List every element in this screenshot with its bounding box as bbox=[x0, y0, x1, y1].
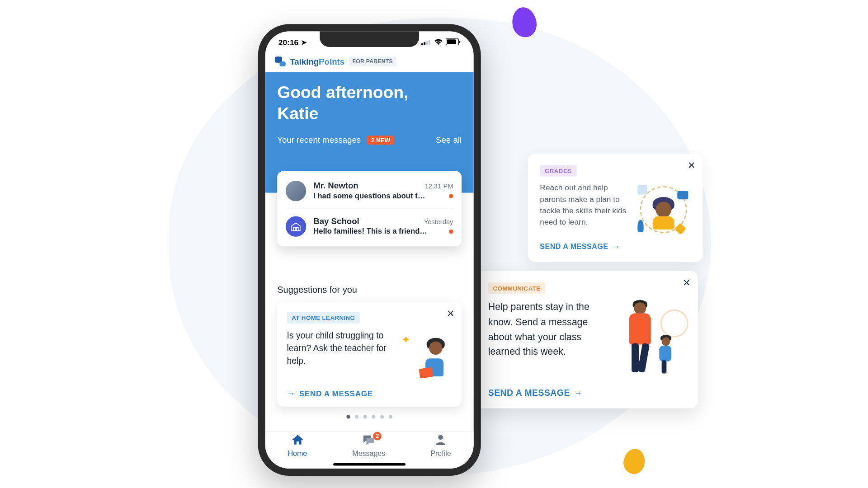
arrow-right-icon: → bbox=[612, 242, 621, 251]
see-all-link[interactable]: See all bbox=[436, 135, 462, 145]
greeting-line2: Katie bbox=[277, 104, 318, 123]
suggestion-card: ✕ AT HOME LEARNING Is your child struggl… bbox=[277, 302, 462, 407]
dot-icon bbox=[355, 415, 359, 418]
message-time: 12:31 PM bbox=[425, 183, 453, 190]
card-communicate: ✕ COMMUNICATE Help parents stay in the k… bbox=[476, 271, 698, 408]
message-preview: Hello families! This is a friendly... bbox=[313, 227, 428, 236]
svg-rect-0 bbox=[421, 43, 423, 45]
brand-main: Talking bbox=[290, 56, 319, 66]
arrow-right-icon: → bbox=[287, 389, 296, 398]
tab-profile[interactable]: Profile bbox=[430, 434, 451, 458]
location-icon: ➤ bbox=[301, 38, 307, 46]
for-parents-badge: FOR PARENTS bbox=[349, 56, 396, 66]
decor-blob-yellow bbox=[622, 447, 647, 475]
card-grades-text: Reach out and help parents make a plan t… bbox=[540, 183, 630, 237]
butterfly-icon: ✦ bbox=[401, 333, 410, 346]
tab-profile-label: Profile bbox=[430, 449, 451, 458]
dot-icon bbox=[346, 415, 350, 418]
message-sender: Mr. Newton bbox=[313, 181, 359, 190]
tag-grades: GRADES bbox=[540, 165, 576, 176]
message-row[interactable]: Bay School Yesterday Hello families! Thi… bbox=[286, 208, 453, 244]
page-dots[interactable] bbox=[265, 415, 474, 418]
avatar-school-icon bbox=[286, 216, 306, 237]
unread-dot-icon bbox=[449, 194, 453, 198]
tab-home[interactable]: Home bbox=[288, 434, 307, 458]
cell-signal-icon bbox=[421, 38, 431, 47]
message-time: Yesterday bbox=[424, 218, 453, 225]
close-icon[interactable]: ✕ bbox=[683, 277, 690, 288]
dot-icon bbox=[372, 415, 375, 418]
app-logo-text: TalkingPoints bbox=[290, 56, 344, 66]
tab-home-label: Home bbox=[288, 449, 307, 458]
wifi-icon bbox=[434, 38, 443, 47]
svg-point-7 bbox=[439, 435, 443, 440]
illustration-walking bbox=[619, 300, 686, 378]
illustration-grades bbox=[637, 183, 691, 237]
illustration-child-reading: ✦ bbox=[398, 329, 452, 381]
send-message-label: SEND A MESSAGE bbox=[540, 242, 608, 251]
svg-rect-2 bbox=[426, 41, 428, 45]
message-row[interactable]: Mr. Newton 12:31 PM I had some questions… bbox=[286, 174, 453, 208]
svg-rect-1 bbox=[424, 42, 425, 45]
greeting-line1: Good afternoon, bbox=[277, 83, 408, 102]
home-indicator bbox=[333, 463, 406, 465]
svg-rect-5 bbox=[447, 39, 456, 44]
message-preview: I had some questions about the... bbox=[313, 192, 428, 200]
profile-icon bbox=[435, 434, 446, 448]
unread-dot-icon bbox=[449, 229, 453, 233]
close-icon[interactable]: ✕ bbox=[688, 160, 695, 171]
svg-rect-3 bbox=[429, 39, 430, 45]
logo-icon bbox=[275, 56, 286, 66]
recent-messages-label: Your recent messages bbox=[277, 135, 361, 145]
suggestions-title: Suggestions for you bbox=[265, 284, 474, 295]
tag-communicate: COMMUNICATE bbox=[488, 282, 545, 294]
battery-icon bbox=[446, 38, 460, 47]
suggestion-text: Is your child struggling to learn? Ask t… bbox=[287, 329, 392, 381]
home-icon bbox=[292, 434, 304, 448]
send-message-link[interactable]: SEND A MESSAGE → bbox=[540, 242, 690, 251]
card-communicate-text: Help parents stay in the know. Send a me… bbox=[488, 300, 613, 378]
arrow-right-icon: → bbox=[574, 388, 582, 397]
app-header: TalkingPoints FOR PARENTS bbox=[265, 53, 474, 72]
avatar bbox=[286, 181, 306, 201]
tab-messages[interactable]: 2 Messages bbox=[352, 434, 385, 458]
status-time: 20:16 bbox=[278, 38, 298, 47]
send-message-label: SEND A MESSAGE bbox=[488, 388, 570, 397]
tag-at-home-learning: AT HOME LEARNING bbox=[287, 312, 360, 323]
messages-badge: 2 bbox=[373, 432, 382, 441]
phone-screen: 20:16 ➤ Talking bbox=[265, 31, 474, 469]
phone-frame: 20:16 ➤ Talking bbox=[258, 24, 481, 476]
message-sender: Bay School bbox=[313, 216, 359, 226]
send-message-link[interactable]: → SEND A MESSAGE bbox=[287, 389, 452, 398]
dot-icon bbox=[380, 415, 384, 418]
close-icon[interactable]: ✕ bbox=[447, 308, 454, 319]
phone-notch bbox=[320, 31, 419, 47]
svg-rect-6 bbox=[459, 40, 461, 42]
new-count-badge: 2 NEW bbox=[367, 135, 395, 144]
tab-messages-label: Messages bbox=[352, 449, 385, 458]
messages-card: Mr. Newton 12:31 PM I had some questions… bbox=[277, 171, 462, 247]
card-grades: ✕ GRADES Reach out and help parents make… bbox=[528, 154, 703, 262]
send-message-link[interactable]: SEND A MESSAGE → bbox=[488, 388, 686, 397]
dot-icon bbox=[363, 415, 367, 418]
dot-icon bbox=[389, 415, 392, 418]
brand-sub: Points bbox=[319, 56, 344, 66]
greeting: Good afternoon, Katie bbox=[277, 82, 462, 124]
send-message-label: SEND A MESSAGE bbox=[299, 389, 373, 398]
